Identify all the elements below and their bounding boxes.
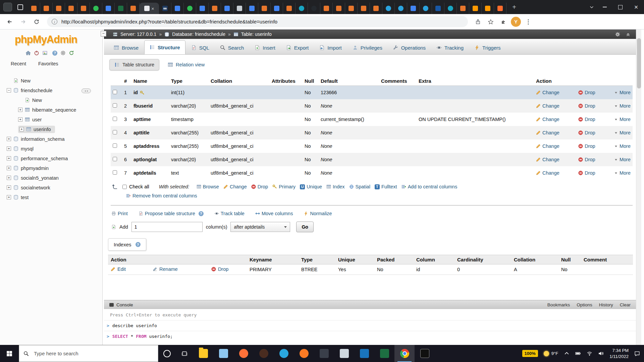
tab-browse[interactable]: Browse xyxy=(109,41,144,54)
subtab-relation-view[interactable]: Relation view xyxy=(163,59,210,70)
minimize-button[interactable] xyxy=(597,0,612,14)
page-settings-gear-icon[interactable] xyxy=(615,32,620,37)
change-link[interactable]: Change xyxy=(536,90,559,95)
console-title[interactable]: Console xyxy=(116,302,133,307)
change-link[interactable]: Change xyxy=(536,130,559,135)
browser-tab[interactable] xyxy=(171,3,184,14)
subtab-table-structure[interactable]: Table structure xyxy=(109,59,159,70)
row-checkbox[interactable] xyxy=(113,170,117,175)
wifi-icon[interactable] xyxy=(587,351,592,356)
weather-widget[interactable]: 9°F xyxy=(544,351,558,356)
check-all[interactable]: Check all xyxy=(122,184,149,189)
tree-item-hibernate-sequence[interactable]: hibernate_sequence xyxy=(0,105,102,115)
row-checkbox[interactable] xyxy=(113,103,117,108)
check-all-checkbox[interactable] xyxy=(122,185,127,189)
with-selected-spatial[interactable]: Spatial xyxy=(349,184,370,189)
drop-link[interactable]: Drop xyxy=(578,170,595,176)
volume-icon[interactable] xyxy=(598,351,604,356)
more-link[interactable]: More xyxy=(614,117,631,122)
forward-button[interactable] xyxy=(17,16,29,27)
expand-icon[interactable] xyxy=(7,137,11,141)
more-link[interactable]: More xyxy=(614,157,631,162)
expand-icon[interactable] xyxy=(7,166,11,170)
extensions-puzzle-icon[interactable] xyxy=(498,16,509,27)
console-history-line[interactable]: describe userinfo xyxy=(104,320,636,331)
remove-central-link[interactable]: Remove from central columns xyxy=(126,193,197,198)
more-link[interactable]: More xyxy=(614,103,631,109)
tree-item-socialnetwork[interactable]: socialnetwork xyxy=(0,183,102,192)
profile-avatar[interactable]: Y xyxy=(511,17,521,27)
browser-tab[interactable] xyxy=(308,3,320,14)
search-input[interactable] xyxy=(19,345,158,362)
tab-privileges[interactable]: Privileges xyxy=(347,41,387,54)
battery-icon[interactable] xyxy=(575,351,581,356)
add-columns-input[interactable] xyxy=(131,222,203,232)
refresh-button[interactable] xyxy=(31,16,42,27)
change-link[interactable]: Change xyxy=(536,157,559,162)
browser-tab[interactable] xyxy=(333,3,345,14)
with-selected-drop[interactable]: Drop xyxy=(251,184,268,189)
clock[interactable]: 7:34 PM1/11/2022 xyxy=(609,348,629,359)
browser-tab[interactable] xyxy=(482,3,494,14)
cortana-button[interactable] xyxy=(158,345,176,362)
terminal-icon[interactable] xyxy=(314,345,334,362)
browser-tab[interactable] xyxy=(469,3,482,14)
row-checkbox[interactable] xyxy=(113,117,117,121)
bookmark-star-icon[interactable] xyxy=(485,16,496,27)
paint-icon[interactable] xyxy=(334,345,354,362)
browser-tab[interactable] xyxy=(444,3,457,14)
expand-icon[interactable] xyxy=(18,117,22,122)
console-clear[interactable]: Clear xyxy=(620,302,631,307)
browser-tab[interactable] xyxy=(271,3,283,14)
expand-icon[interactable] xyxy=(7,195,11,199)
drop-link[interactable]: Drop xyxy=(578,130,595,135)
console-history-line[interactable]: SELECT * FROM userinfo; xyxy=(104,331,636,342)
browser-tab[interactable] xyxy=(209,3,221,14)
with-selected-browse[interactable]: Browse xyxy=(197,184,219,189)
zoom-badge[interactable]: 100% xyxy=(522,350,538,357)
favorites-dropdown[interactable]: Favorites xyxy=(38,61,58,66)
phpmyadmin-logo[interactable]: phpMyAdmin xyxy=(15,34,102,46)
scroll-top-icon[interactable] xyxy=(626,32,631,37)
browser-tab[interactable] xyxy=(196,3,209,14)
browser-tab[interactable] xyxy=(258,3,271,14)
browser-tab[interactable] xyxy=(382,3,395,14)
expand-icon[interactable] xyxy=(7,156,11,161)
rename-index-link[interactable]: Rename xyxy=(153,266,178,272)
drop-link[interactable]: Drop xyxy=(578,157,595,162)
drop-index-link[interactable]: Drop xyxy=(211,266,228,272)
tree-item-phpmyadmin[interactable]: phpmyadmin xyxy=(0,163,102,173)
more-link[interactable]: More xyxy=(614,170,631,176)
browser-tab[interactable] xyxy=(457,3,469,14)
address-bar[interactable]: http://localhost/phpmyadmin/index.php?ro… xyxy=(47,16,468,27)
console-body[interactable]: Press Ctrl+Enter to execute query descri… xyxy=(104,309,636,345)
browser-tab[interactable] xyxy=(65,3,77,14)
console-options[interactable]: Options xyxy=(577,302,592,307)
browser-tab[interactable] xyxy=(53,3,65,14)
tab-search-chevron-icon[interactable] xyxy=(587,5,597,9)
browser-tab[interactable] xyxy=(283,3,296,14)
browser-tab[interactable] xyxy=(140,3,159,14)
help-icon[interactable] xyxy=(52,51,57,56)
with-selected-add-central[interactable]: Add to central columns xyxy=(401,184,458,189)
browser-tab[interactable] xyxy=(358,3,370,14)
expand-icon[interactable] xyxy=(19,127,24,131)
drop-link[interactable]: Drop xyxy=(578,117,595,122)
with-selected-change[interactable]: Change xyxy=(223,184,247,189)
expand-icon[interactable] xyxy=(7,146,11,151)
tree-item-mysql[interactable]: mysql xyxy=(0,144,102,154)
drop-link[interactable]: Drop xyxy=(578,103,595,109)
browser-tab[interactable] xyxy=(407,3,420,14)
browser-tab[interactable] xyxy=(221,3,233,14)
browser-tab[interactable] xyxy=(296,3,308,14)
scrollbar-thumb[interactable] xyxy=(637,38,641,88)
browser-tab[interactable] xyxy=(40,3,53,14)
with-selected-fulltext[interactable]: Fulltext xyxy=(375,184,397,189)
browser-tab[interactable] xyxy=(127,3,140,14)
change-link[interactable]: Change xyxy=(536,117,559,122)
console-history[interactable]: History xyxy=(599,302,613,307)
browser-tab[interactable] xyxy=(320,3,333,14)
tree-item-test[interactable]: test xyxy=(0,192,102,202)
help-icon[interactable] xyxy=(136,242,141,247)
browser-menu-icon[interactable] xyxy=(523,16,534,27)
